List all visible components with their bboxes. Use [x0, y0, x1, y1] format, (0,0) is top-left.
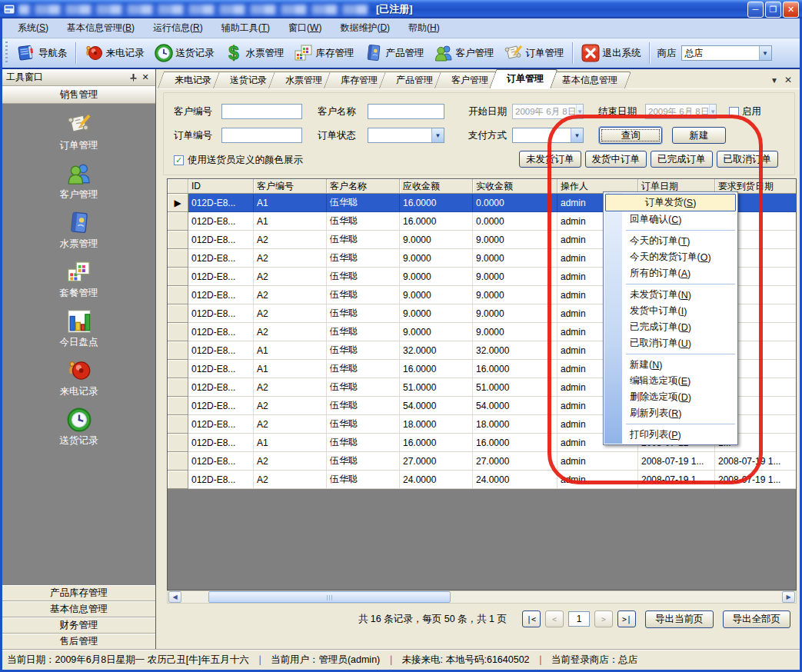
menubar-item[interactable]: 辅助工具(T)	[212, 19, 279, 37]
context-menu-item-发货中订单(I)[interactable]: 发货中订单(I)	[604, 303, 737, 319]
sidebar-item-送货记录[interactable]: 送货记录	[2, 407, 155, 456]
context-menu-item-今天的发货订单(O)[interactable]: 今天的发货订单(O)	[604, 249, 737, 265]
context-menu-item-订单发货(S)[interactable]: 订单发货(S)	[605, 194, 736, 211]
toolbar-button-导航条[interactable]: 导航条	[12, 40, 72, 66]
column-header-实收金额[interactable]: 实收金额	[473, 179, 557, 194]
shop-label: 商店	[657, 47, 677, 60]
close-button[interactable]: ✕	[783, 2, 799, 18]
toolbar-button-水票管理[interactable]: $水票管理	[219, 40, 289, 66]
table-cell: 16.0000	[400, 434, 473, 452]
context-menu-item-回单确认(C)[interactable]: 回单确认(C)	[604, 211, 737, 228]
toolbar-button-label: 库存管理	[316, 47, 354, 60]
toolbar-button-送货记录[interactable]: 送货记录	[149, 40, 219, 66]
close-icon[interactable]: ✕	[139, 72, 151, 83]
tab-基本信息管理[interactable]: 基本信息管理	[548, 72, 628, 88]
sidebar-group-基本信息管理[interactable]: 基本信息管理	[2, 601, 155, 617]
row-indicator	[168, 341, 188, 360]
sidebar-group-sales[interactable]: 销售管理	[2, 86, 155, 104]
scrollbar-thumb[interactable]	[208, 591, 451, 603]
sidebar-item-套餐管理[interactable]: 套餐管理	[2, 259, 155, 308]
scroll-left-icon[interactable]: ◀	[168, 591, 181, 603]
next-page-button[interactable]: >	[594, 610, 613, 627]
context-menu-item-新建(N)[interactable]: 新建(N)	[604, 357, 737, 373]
tab-label: 水票管理	[285, 74, 322, 87]
scroll-right-icon[interactable]: ▶	[782, 591, 795, 603]
column-header-应收金额[interactable]: 应收金额	[400, 179, 473, 194]
menubar-item[interactable]: 数据维护(D)	[331, 19, 399, 37]
menubar-item[interactable]: 系统(S)	[8, 19, 58, 37]
column-header-客户编号[interactable]: 客户编号	[254, 179, 327, 194]
sidebar-group-产品库存管理[interactable]: 产品库存管理	[2, 585, 155, 601]
context-menu-item-打印列表(P)[interactable]: 打印列表(P)	[604, 427, 737, 443]
order-status-select[interactable]: ▼	[368, 128, 444, 143]
toolbar-button-库存管理[interactable]: 库存管理	[289, 40, 359, 66]
horizontal-scrollbar[interactable]: ◀ ▶	[167, 590, 797, 604]
tabs-dropdown-icon[interactable]: ▼	[770, 76, 778, 85]
prev-page-button[interactable]: <	[545, 610, 564, 627]
table-cell: 9.0000	[400, 323, 473, 341]
context-menu-item-已取消订单(U)[interactable]: 已取消订单(U)	[604, 335, 737, 351]
menubar-item[interactable]: 运行信息(R)	[144, 19, 212, 37]
first-page-button[interactable]: |<	[522, 610, 541, 627]
table-row[interactable]: 012D-E8...A2伍华聪24.000024.0000admin2008-0…	[168, 471, 797, 489]
menubar-item[interactable]: 基本信息管理(B)	[58, 19, 144, 37]
table-row[interactable]: 012D-E8...A2伍华聪27.000027.0000admin2008-0…	[168, 452, 797, 471]
maximize-button[interactable]: ❐	[765, 2, 781, 18]
minimize-button[interactable]: ─	[747, 2, 764, 18]
toolbar-grip-handle[interactable]	[4, 42, 9, 65]
tab-label: 送货记录	[230, 74, 267, 87]
toolbar-button-订单管理[interactable]: 订单管理	[499, 40, 569, 66]
status-filter-button-未发货订单[interactable]: 未发货订单	[519, 151, 581, 168]
column-header-indicator[interactable]	[168, 179, 188, 194]
sidebar-item-订单管理[interactable]: 订单管理	[2, 111, 155, 161]
export-current-page-button[interactable]: 导出当前页	[645, 610, 714, 628]
tab-close-icon[interactable]: ✕	[784, 75, 792, 85]
context-menu-item-所有的订单(A)[interactable]: 所有的订单(A)	[604, 265, 737, 281]
end-date-picker[interactable]: 2009年 6月 8日 ▼	[645, 104, 717, 119]
order-no-input[interactable]	[221, 128, 302, 143]
context-menu: 订单发货(S)回单确认(C)今天的订单(T)今天的发货订单(O)所有的订单(A)…	[603, 191, 738, 445]
sidebar-item-客户管理[interactable]: 客户管理	[2, 161, 155, 210]
toolbar-button-来电记录[interactable]: 来电记录	[79, 40, 149, 66]
customer-name-input[interactable]	[368, 104, 444, 119]
sidebar-group-售后管理[interactable]: 售后管理	[2, 634, 155, 650]
menubar-item[interactable]: 窗口(W)	[279, 19, 331, 37]
toolbar-button-产品管理[interactable]: 产品管理	[359, 40, 429, 66]
status-filter-button-已完成订单[interactable]: 已完成订单	[651, 151, 713, 168]
new-button[interactable]: 新建	[672, 127, 726, 144]
pin-icon[interactable]	[127, 72, 139, 83]
customer-no-input[interactable]	[221, 104, 302, 119]
toolbar-button-退出系统[interactable]: 退出系统	[576, 40, 646, 66]
chevron-down-icon[interactable]: ▼	[759, 46, 771, 60]
toolbar-button-客户管理[interactable]: 客户管理	[429, 40, 499, 66]
context-menu-item-今天的订单(T)[interactable]: 今天的订单(T)	[604, 233, 737, 249]
chevron-down-icon[interactable]: ▼	[431, 128, 444, 142]
query-button[interactable]: 查询	[599, 127, 662, 144]
context-menu-item-刷新列表(R)[interactable]: 刷新列表(R)	[604, 405, 737, 421]
tab-订单管理[interactable]: 订单管理	[493, 69, 554, 88]
pay-method-select[interactable]: ▼	[512, 128, 584, 143]
start-date-picker[interactable]: 2009年 6月 8日 ▼	[512, 104, 584, 119]
sidebar-group-财务管理[interactable]: 财务管理	[2, 617, 155, 634]
context-menu-item-删除选定项(D)[interactable]: 删除选定项(D)	[604, 389, 737, 405]
menubar-item[interactable]: 帮助(H)	[399, 19, 449, 37]
status-filter-button-已取消订单[interactable]: 已取消订单	[717, 151, 779, 168]
column-header-客户名称[interactable]: 客户名称	[327, 179, 400, 194]
context-menu-item-未发货订单(N)[interactable]: 未发货订单(N)	[604, 287, 737, 303]
shop-select[interactable]: 总店 ▼	[681, 45, 772, 61]
table-cell: 伍华聪	[327, 471, 400, 489]
chevron-down-icon[interactable]: ▼	[571, 128, 583, 142]
sidebar-item-来电记录[interactable]: 来电记录	[2, 358, 155, 407]
column-header-ID[interactable]: ID	[188, 179, 254, 194]
status-filter-button-发货中订单[interactable]: 发货中订单	[585, 151, 647, 168]
sidebar-item-水票管理[interactable]: 水票管理	[2, 210, 155, 259]
context-menu-item-编辑选定项(E)[interactable]: 编辑选定项(E)	[604, 373, 737, 389]
page-number-input[interactable]: 1	[568, 611, 590, 627]
tab-label: 库存管理	[341, 74, 378, 87]
sidebar-item-今日盘点[interactable]: 今日盘点	[2, 308, 155, 358]
last-page-button[interactable]: >|	[617, 610, 636, 627]
context-menu-item-已完成订单(D)[interactable]: 已完成订单(D)	[604, 319, 737, 335]
enable-checkbox[interactable]	[729, 107, 739, 117]
table-cell: A2	[254, 231, 327, 249]
export-all-pages-button[interactable]: 导出全部页	[723, 610, 791, 628]
